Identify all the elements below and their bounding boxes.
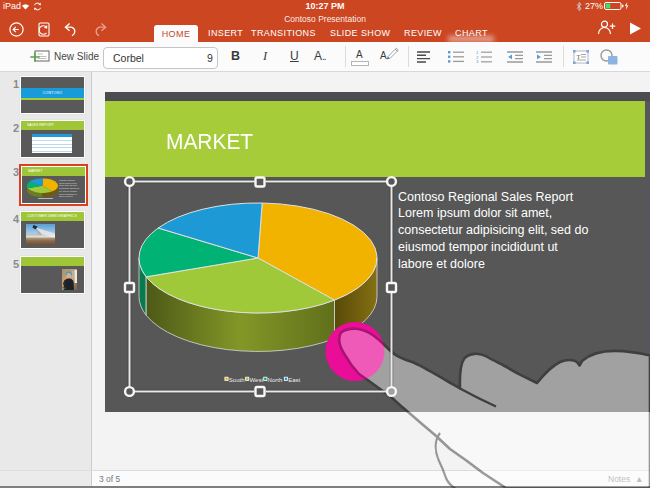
svg-text:West: West <box>250 377 264 383</box>
svg-text:North: North <box>268 377 283 383</box>
svg-text:South: South <box>229 377 245 383</box>
svg-text:East: East <box>288 377 300 383</box>
